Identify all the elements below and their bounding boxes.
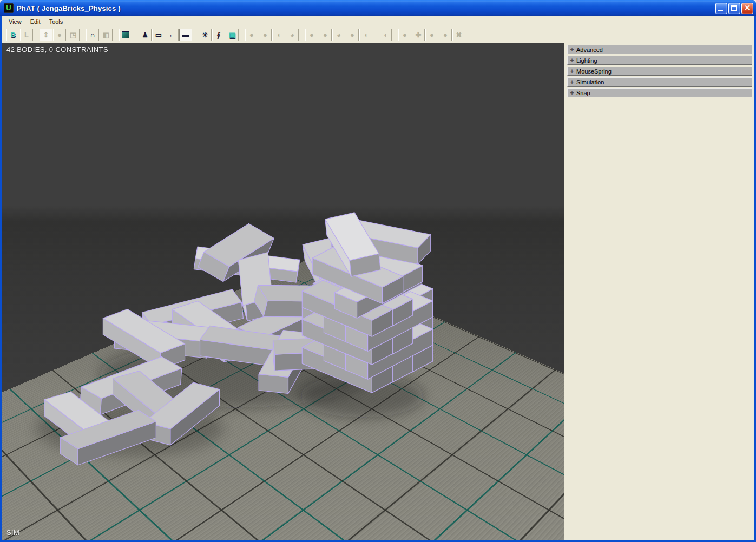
expand-icon[interactable]: +	[568, 46, 576, 54]
add-sphyl-icon: ●	[310, 31, 314, 38]
snap-constraint-button[interactable]: ✖	[452, 29, 465, 41]
jenga-bricks-scene	[2, 43, 564, 540]
section-header-simulation[interactable]: +Simulation	[567, 77, 752, 87]
convert-hinge-button[interactable]: ✚	[412, 29, 425, 41]
constraint-mode-button[interactable]: L	[20, 29, 33, 41]
duplicate-primitive-icon: ◕	[337, 31, 341, 38]
weld-bodies-icon: ◖	[277, 31, 281, 38]
add-box-icon: ●	[323, 31, 327, 38]
delete-primitive-icon: ●	[350, 31, 354, 38]
minimize-icon	[718, 10, 723, 11]
disable-collision-button[interactable]: ●	[245, 29, 258, 41]
rotate-button[interactable]: ●	[53, 29, 66, 41]
expand-icon[interactable]: +	[568, 89, 576, 97]
convert-skeletal-button[interactable]: ●	[439, 29, 452, 41]
draw-skeleton-button[interactable]: ♟	[139, 29, 152, 41]
sim-status-label: SIM	[6, 528, 19, 537]
add-sphyl-button[interactable]: ●	[305, 29, 318, 41]
window-title: PhAT ( JengaBricks_Physics )	[17, 4, 121, 12]
convert-bsjoint-button[interactable]: ●	[398, 29, 411, 41]
section-header-snap[interactable]: +Snap	[567, 88, 752, 97]
scale-button[interactable]: ◳	[67, 29, 80, 41]
draw-collision-button[interactable]: ▬	[179, 29, 192, 41]
maximize-icon	[731, 5, 737, 11]
translate-button[interactable]: ⇕	[40, 29, 52, 41]
body-mode-icon: B	[10, 31, 15, 38]
section-label: MouseSpring	[576, 68, 612, 75]
add-box-button[interactable]: ●	[319, 29, 332, 41]
toolbar: BL⇕●◳∩◧♟▭⌐▬✳∮▣●●◖◕●●◕●◖◖●✚●●✖	[2, 27, 754, 43]
enable-collision-icon: ●	[263, 31, 267, 38]
section-label: Lighting	[576, 57, 597, 64]
weld-bodies-button[interactable]: ◖	[272, 29, 285, 41]
section-header-lighting[interactable]: +Lighting	[567, 56, 752, 65]
convert-prismatic-button[interactable]: ●	[425, 29, 438, 41]
unrealed-logo-icon: U	[4, 3, 14, 13]
body-mode-button[interactable]: B	[6, 29, 19, 41]
show-mass-icon: ∮	[217, 31, 221, 38]
draw-skeleton-icon: ♟	[142, 31, 148, 38]
draw-wireframe-button[interactable]: ▭	[152, 29, 165, 41]
draw-wireframe-icon: ▭	[155, 31, 162, 38]
show-influences-icon: ✳	[202, 31, 208, 38]
section-header-mousespring[interactable]: +MouseSpring	[567, 67, 752, 76]
show-mass-button[interactable]: ∮	[212, 29, 225, 41]
rotate-icon: ●	[57, 31, 62, 38]
properties-panel: +Advanced+Lighting+MouseSpring+Simulatio…	[566, 43, 754, 540]
show-com-icon: ▣	[229, 31, 235, 38]
snap-icon: ∩	[90, 31, 95, 38]
scale-primitive-icon: ◖	[364, 31, 368, 38]
minimize-button[interactable]	[715, 3, 727, 14]
phat-window: U PhAT ( JengaBricks_Physics ) ✕ ViewEdi…	[0, 0, 756, 542]
duplicate-primitive-button[interactable]: ◕	[332, 29, 345, 41]
reset-constraint-icon: ◖	[383, 31, 387, 38]
menu-bar: ViewEditTools	[2, 16, 754, 27]
close-icon: ✕	[742, 4, 753, 12]
snap-button[interactable]: ∩	[86, 29, 99, 41]
draw-constraints-icon: ⌐	[170, 31, 174, 38]
show-influences-button[interactable]: ✳	[199, 29, 212, 41]
menu-view[interactable]: View	[4, 17, 26, 26]
section-label: Advanced	[576, 47, 603, 53]
enable-collision-button[interactable]: ●	[259, 29, 272, 41]
section-header-advanced[interactable]: +Advanced	[567, 45, 752, 54]
draw-collision-icon: ▬	[182, 31, 189, 38]
constraint-mode-icon: L	[24, 31, 29, 38]
convert-prismatic-icon: ●	[430, 31, 434, 38]
translate-icon: ⇕	[43, 31, 49, 38]
menu-tools[interactable]: Tools	[45, 17, 68, 26]
expand-icon[interactable]: +	[568, 57, 576, 64]
title-bar[interactable]: U PhAT ( JengaBricks_Physics ) ✕	[0, 0, 756, 16]
show-com-button[interactable]: ▣	[226, 29, 239, 41]
draw-constraints-button[interactable]: ⌐	[166, 29, 179, 41]
add-sphere-icon: ◕	[290, 31, 294, 38]
scale-icon: ◳	[70, 31, 76, 38]
simulate-button[interactable]	[119, 29, 132, 41]
add-sphere-button[interactable]: ◕	[286, 29, 299, 41]
convert-hinge-icon: ✚	[416, 31, 422, 38]
section-label: Simulation	[576, 79, 604, 85]
expand-icon[interactable]: +	[568, 78, 576, 86]
expand-icon[interactable]: +	[568, 68, 576, 75]
menu-edit[interactable]: Edit	[26, 17, 45, 26]
convert-skeletal-icon: ●	[443, 31, 448, 38]
snap-constraint-icon: ✖	[456, 31, 462, 38]
viewport-3d[interactable]: 42 BODIES, 0 CONSTRAINTS SIM	[2, 43, 564, 540]
copy-properties-button[interactable]: ◧	[100, 29, 113, 41]
scale-primitive-button[interactable]: ◖	[359, 29, 372, 41]
reset-constraint-button[interactable]: ◖	[379, 29, 392, 41]
convert-bsjoint-icon: ●	[403, 31, 407, 38]
delete-primitive-button[interactable]: ●	[346, 29, 359, 41]
maximize-button[interactable]	[728, 3, 740, 14]
section-label: Snap	[576, 90, 590, 96]
simulate-icon	[122, 31, 129, 38]
copy-properties-icon: ◧	[103, 31, 109, 38]
bodies-constraints-count: 42 BODIES, 0 CONSTRAINTS	[6, 45, 108, 54]
disable-collision-icon: ●	[249, 31, 254, 38]
close-button[interactable]: ✕	[741, 3, 753, 14]
